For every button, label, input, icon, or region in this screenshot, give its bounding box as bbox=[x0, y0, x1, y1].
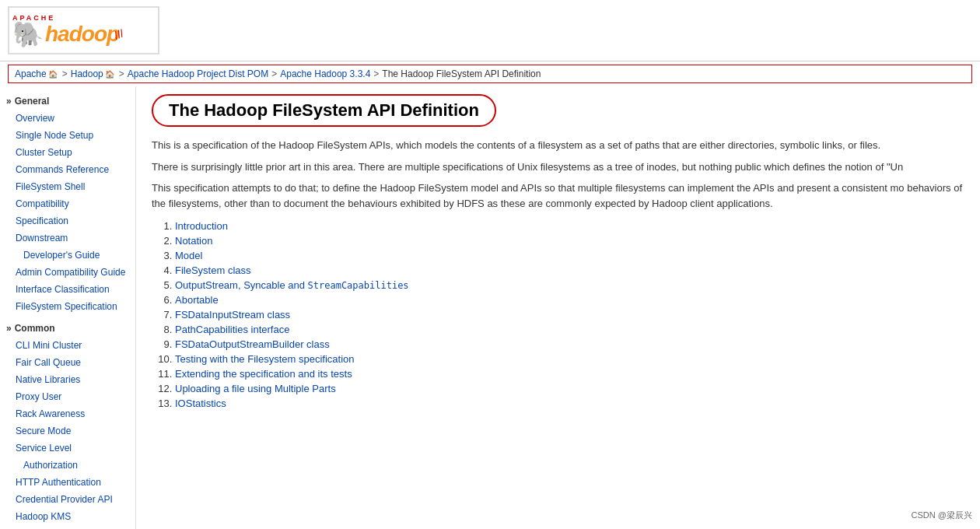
toc-link-filesystem-class[interactable]: FileSystem class bbox=[175, 264, 251, 276]
main-layout: General Overview Single Node Setup Clust… bbox=[0, 86, 980, 529]
toc-link-pathcapabilities[interactable]: PathCapabilities interface bbox=[175, 324, 289, 335]
sidebar-item-secure-mode[interactable]: Secure Mode bbox=[0, 422, 135, 440]
toc-item-2: Notation bbox=[175, 233, 964, 248]
sidebar-item-cluster-setup[interactable]: Cluster Setup bbox=[0, 144, 135, 161]
content-para-2: There is surprisingly little prior art i… bbox=[152, 159, 964, 175]
sidebar-item-tracing[interactable]: Tracing bbox=[0, 525, 135, 529]
toc-item-3: Model bbox=[175, 248, 964, 263]
toc-link-iostatistics[interactable]: IOStatistics bbox=[175, 398, 226, 409]
toc-link-uploading[interactable]: Uploading a file using Multiple Parts bbox=[175, 383, 336, 394]
sidebar-item-single-node-setup[interactable]: Single Node Setup bbox=[0, 127, 135, 144]
toc-item-4: FileSystem class bbox=[175, 263, 964, 278]
breadcrumb: Apache 🏠 > Hadoop 🏠 > Apache Hadoop Proj… bbox=[8, 65, 972, 83]
sidebar-item-compatibility[interactable]: Compatibility bbox=[0, 195, 135, 212]
toc-item-13: IOStatistics bbox=[175, 396, 964, 411]
logo: APACHE 🐘 hadoop /// bbox=[8, 6, 159, 54]
toc-item-10: Testing with the Filesystem specificatio… bbox=[175, 352, 964, 366]
sidebar: General Overview Single Node Setup Clust… bbox=[0, 86, 136, 529]
toc-link-introduction[interactable]: Introduction bbox=[175, 220, 228, 232]
breadcrumb-hadoop[interactable]: Hadoop bbox=[71, 68, 103, 79]
toc-link-fsdatainputstream[interactable]: FSDataInputStream class bbox=[175, 309, 290, 321]
sidebar-item-filesystem-specification[interactable]: FileSystem Specification bbox=[0, 298, 135, 315]
toc-link-model[interactable]: Model bbox=[175, 250, 202, 261]
breadcrumb-hadoop-334[interactable]: Apache Hadoop 3.3.4 bbox=[280, 68, 370, 79]
sidebar-section-common: Common bbox=[0, 320, 135, 337]
content-para-3: This specification attempts to do that; … bbox=[152, 180, 964, 211]
sidebar-item-proxy-user[interactable]: Proxy User bbox=[0, 388, 135, 405]
sidebar-item-rack-awareness[interactable]: Rack Awareness bbox=[0, 405, 135, 422]
sidebar-item-service-level[interactable]: Service Level bbox=[0, 440, 135, 457]
sidebar-item-specification[interactable]: Specification bbox=[0, 212, 135, 229]
toc-item-9: FSDataOutputStreamBuilder class bbox=[175, 337, 964, 352]
sidebar-item-cli-mini-cluster[interactable]: CLI Mini Cluster bbox=[0, 337, 135, 354]
hadoop-label: hadoop bbox=[45, 22, 119, 47]
sidebar-item-filesystem-shell[interactable]: FileSystem Shell bbox=[0, 178, 135, 195]
breadcrumb-icon-2: 🏠 bbox=[105, 70, 114, 79]
sidebar-section-general: General bbox=[0, 93, 135, 110]
toc-item-6: Abortable bbox=[175, 293, 964, 307]
content-para-1: This is a specification of the Hadoop Fi… bbox=[152, 138, 964, 153]
toc-link-abortable[interactable]: Abortable bbox=[175, 294, 219, 306]
watermark: CSDN @梁辰兴 bbox=[912, 510, 972, 521]
toc-item-8: PathCapabilities interface bbox=[175, 322, 964, 337]
elephant-icon: 🐘 bbox=[12, 22, 44, 47]
header: APACHE 🐘 hadoop /// bbox=[0, 0, 980, 61]
toc-item-1: Introduction bbox=[175, 219, 964, 233]
breadcrumb-project-dist[interactable]: Apache Hadoop Project Dist POM bbox=[128, 68, 268, 79]
content-area: The Hadoop FileSystem API Definition Thi… bbox=[136, 86, 980, 529]
toc-link-extending[interactable]: Extending the specification and its test… bbox=[175, 368, 352, 380]
hadoop-brand: 🐘 hadoop /// bbox=[12, 22, 124, 47]
sidebar-item-interface-classification[interactable]: Interface Classification bbox=[0, 281, 135, 298]
sidebar-item-http-authentication[interactable]: HTTP Authentication bbox=[0, 474, 135, 491]
breadcrumb-icon-1: 🏠 bbox=[48, 70, 58, 79]
sidebar-item-authorization[interactable]: Authorization bbox=[0, 457, 135, 474]
toc-link-fsdataoutputstreambuilder[interactable]: FSDataOutputStreamBuilder class bbox=[175, 338, 330, 350]
sidebar-item-developers-guide[interactable]: Developer's Guide bbox=[0, 247, 135, 264]
sidebar-item-hadoop-kms[interactable]: Hadoop KMS bbox=[0, 508, 135, 525]
toc-item-11: Extending the specification and its test… bbox=[175, 366, 964, 381]
toc-link-testing[interactable]: Testing with the Filesystem specificatio… bbox=[175, 353, 354, 365]
toc-list: Introduction Notation Model FileSystem c… bbox=[175, 219, 964, 411]
sidebar-item-downstream[interactable]: Downstream bbox=[0, 229, 135, 247]
sidebar-item-native-libraries[interactable]: Native Libraries bbox=[0, 371, 135, 388]
breadcrumb-apache[interactable]: Apache bbox=[15, 68, 47, 79]
sidebar-item-admin-compatibility[interactable]: Admin Compatibility Guide bbox=[0, 264, 135, 281]
sidebar-item-fair-call-queue[interactable]: Fair Call Queue bbox=[0, 354, 135, 371]
toc-item-5: OutputStream, Syncable and StreamCapabil… bbox=[175, 278, 964, 293]
toc-link-outputstream[interactable]: OutputStream, Syncable and StreamCapabil… bbox=[175, 279, 409, 291]
toc-item-7: FSDataInputStream class bbox=[175, 307, 964, 322]
toc-link-notation[interactable]: Notation bbox=[175, 235, 212, 247]
sidebar-item-overview[interactable]: Overview bbox=[0, 110, 135, 127]
breadcrumb-current: The Hadoop FileSystem API Definition bbox=[382, 68, 541, 79]
page-title: The Hadoop FileSystem API Definition bbox=[152, 94, 496, 127]
toc-item-12: Uploading a file using Multiple Parts bbox=[175, 381, 964, 396]
sidebar-item-credential-provider[interactable]: Credential Provider API bbox=[0, 491, 135, 508]
sidebar-item-commands-reference-general[interactable]: Commands Reference bbox=[0, 161, 135, 178]
